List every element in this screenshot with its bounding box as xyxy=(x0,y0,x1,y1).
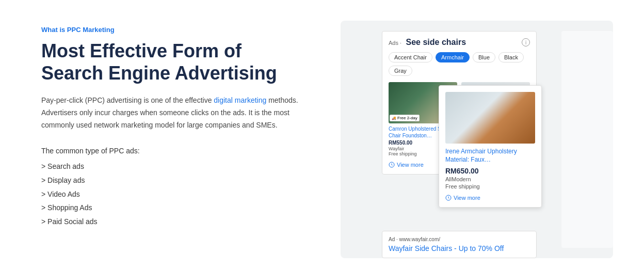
chip-armchair[interactable]: Armchair xyxy=(436,52,470,62)
expanded-view-more-btn[interactable]: View more xyxy=(445,195,535,201)
common-types-intro: The common type of PPC ads: xyxy=(41,144,310,158)
expanded-view-more-label: View more xyxy=(454,195,480,201)
chip-black[interactable]: Black xyxy=(498,52,524,62)
view-more-label: View more xyxy=(397,162,424,168)
list-item-paid-social-ads: > Paid Social ads xyxy=(41,215,310,229)
expanded-view-more-icon xyxy=(445,195,452,201)
product-expanded-price: RM650.00 xyxy=(445,167,535,175)
browser-mockup: Ads · See side chairs i Accent Chair Arm… xyxy=(341,21,613,258)
free-2day-label: Free 2-day xyxy=(397,116,417,120)
product-expanded-name: Irene Armchair Upholstery Material: Faux… xyxy=(445,148,535,164)
text-ad-meta: Ad · www.wayfair.com/ xyxy=(389,237,530,242)
product-expanded-img xyxy=(445,92,535,144)
ads-title-group: Ads · See side chairs xyxy=(389,38,466,47)
text-ad-title[interactable]: Wayfair Side Chairs - Up to 70% Off xyxy=(389,244,530,253)
product-expanded-store: AllModern xyxy=(445,176,535,182)
ads-header: Ads · See side chairs i xyxy=(389,38,530,47)
right-content: Ads · See side chairs i Accent Chair Arm… xyxy=(341,21,613,258)
eyebrow: What is PPC Marketing xyxy=(41,26,310,34)
view-more-icon xyxy=(389,162,395,168)
product-expanded-card[interactable]: Irene Armchair Upholstery Material: Faux… xyxy=(439,85,542,208)
chip-gray[interactable]: Gray xyxy=(389,66,412,76)
ads-panel-title: See side chairs xyxy=(406,38,466,46)
main-heading: Most Effective Form ofSearch Engine Adve… xyxy=(41,40,310,84)
chip-blue[interactable]: Blue xyxy=(473,52,495,62)
page-container: What is PPC Marketing Most Effective For… xyxy=(0,0,644,268)
chips-row: Accent Chair Armchair Blue Black Gray xyxy=(389,52,530,76)
info-icon[interactable]: i xyxy=(522,38,530,46)
free-2day-badge: 🚚 Free 2-day xyxy=(390,115,420,121)
right-decorative-panel xyxy=(561,31,613,248)
list-item-video-ads: > Video Ads xyxy=(41,187,310,201)
product-expanded-shipping: Free shipping xyxy=(445,183,535,190)
chip-accent-chair[interactable]: Accent Chair xyxy=(389,52,432,62)
eyebrow-highlight: PPC Marketing xyxy=(67,26,115,34)
list-item-display-ads: > Display ads xyxy=(41,174,310,187)
ads-label: Ads · xyxy=(389,40,401,46)
eyebrow-prefix: What is xyxy=(41,26,67,34)
left-content: What is PPC Marketing Most Effective For… xyxy=(41,21,310,228)
list-item-shopping-ads: > Shopping Ads xyxy=(41,201,310,215)
digital-marketing-link[interactable]: digital marketing xyxy=(214,96,266,104)
list-item-search-ads: > Search ads xyxy=(41,160,310,174)
text-ad[interactable]: Ad · www.wayfair.com/ Wayfair Side Chair… xyxy=(382,231,537,258)
common-types: The common type of PPC ads: > Search ads… xyxy=(41,144,310,229)
description: Pay-per-click (PPC) advertising is one o… xyxy=(41,94,310,131)
